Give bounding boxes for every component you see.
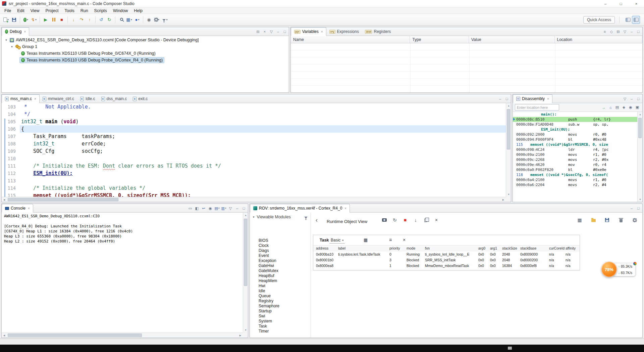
- module-item-heapmem[interactable]: HeapMem: [250, 278, 311, 283]
- module-item-event[interactable]: Event: [250, 253, 311, 258]
- filter-icon[interactable]: ▾: [161, 16, 169, 24]
- task-column-affinity[interactable]: affinity: [566, 246, 580, 251]
- scroll-down-icon[interactable]: ▼: [243, 327, 248, 333]
- debug-tree-item[interactable]: Texas Instruments XDS110 USB Debug Probe…: [2, 57, 289, 63]
- task-row[interactable]: 0x80001b03BlockedSRR_MSS_initTask0x00x02…: [313, 257, 580, 263]
- minimize-icon[interactable]: –: [234, 205, 240, 211]
- task-column-arg1[interactable]: arg1: [490, 246, 502, 251]
- module-item-gatemutex[interactable]: GateMutex: [250, 268, 311, 273]
- columns-icon[interactable]: ▦: [364, 237, 368, 243]
- menu-tools[interactable]: Tools: [61, 8, 77, 14]
- module-item-exception[interactable]: Exception: [250, 258, 311, 263]
- menu-edit[interactable]: Edit: [14, 8, 28, 14]
- task-row[interactable]: 0x800ba10ti.sysbios.knl.Task.IdleTask0Ru…: [313, 251, 580, 257]
- maximize-icon[interactable]: □: [241, 205, 247, 211]
- widget-menu-icon[interactable]: ≡: [389, 237, 392, 243]
- minimize-button[interactable]: –: [598, 0, 613, 7]
- close-icon[interactable]: ×: [321, 30, 323, 34]
- restart-icon[interactable]: ↺: [97, 16, 105, 24]
- scrollbar-thumb[interactable]: [8, 198, 118, 201]
- task-column-priority[interactable]: priority: [389, 246, 407, 251]
- close-icon[interactable]: ×: [547, 97, 549, 101]
- windows-taskbar[interactable]: [0, 345, 644, 352]
- minimize-icon[interactable]: –: [497, 96, 503, 102]
- refresh-icon[interactable]: ↻: [392, 217, 398, 223]
- column-header-name[interactable]: Name: [291, 36, 410, 43]
- minimize-icon[interactable]: –: [275, 29, 281, 35]
- scroll-up-icon[interactable]: ▲: [243, 213, 248, 218]
- module-item-idle[interactable]: Idle: [250, 288, 311, 293]
- filter-icon[interactable]: [304, 217, 308, 218]
- editor-tab-mss_main-c[interactable]: mss_main.c×: [2, 94, 40, 103]
- suspend-icon[interactable]: [50, 16, 58, 24]
- task-row[interactable]: 0x8000ea81BlockedMmwDemo_mboxReadTask0x0…: [313, 263, 580, 268]
- download-icon[interactable]: ↓: [413, 217, 419, 223]
- minimize-icon[interactable]: –: [629, 205, 635, 211]
- save-icon[interactable]: [10, 16, 18, 24]
- scroll-down-icon[interactable]: ▼: [638, 197, 643, 202]
- menu-project[interactable]: Project: [43, 8, 62, 14]
- scroll-up-icon[interactable]: ▲: [506, 103, 511, 108]
- maximize-button[interactable]: □: [613, 0, 629, 7]
- menu-scripts[interactable]: Scripts: [91, 8, 110, 14]
- task-view-mode-select[interactable]: Basic ▾: [329, 237, 345, 244]
- flash-icon[interactable]: ↯▾: [30, 16, 38, 24]
- task-column-label[interactable]: label: [338, 246, 389, 251]
- debug-launch-icon[interactable]: ▾: [22, 16, 30, 24]
- close-icon[interactable]: ×: [433, 217, 439, 223]
- scroll-left-icon[interactable]: ◀: [2, 333, 7, 338]
- scrollbar-thumb[interactable]: [638, 118, 642, 138]
- save-icon[interactable]: [604, 217, 610, 223]
- menu-run[interactable]: Run: [77, 8, 91, 14]
- link-with-editor-icon[interactable]: ◈: [621, 104, 627, 111]
- vertical-scrollbar[interactable]: ▲▼: [243, 213, 248, 333]
- go-icon[interactable]: →: [601, 104, 607, 111]
- step-over-icon[interactable]: ↷: [77, 16, 86, 24]
- collapse-all-icon[interactable]: ⊟: [615, 29, 621, 35]
- open-console-icon[interactable]: ▥▾: [221, 205, 227, 211]
- scrollbar-thumb[interactable]: [8, 334, 142, 337]
- tab-console[interactable]: Console ×: [2, 204, 33, 213]
- scrollbar-thumb[interactable]: [507, 109, 510, 149]
- snapshot-icon[interactable]: [381, 217, 387, 223]
- close-icon[interactable]: ×: [28, 207, 30, 210]
- module-item-clock[interactable]: Clock: [250, 243, 311, 248]
- ccs-debug-perspective-icon[interactable]: [632, 16, 640, 24]
- tab-disassembly[interactable]: Disassembly ×: [513, 94, 552, 103]
- module-item-queue[interactable]: Queue: [250, 293, 311, 298]
- scroll-right-icon[interactable]: ▶: [501, 197, 506, 202]
- task-column-mode[interactable]: mode: [407, 246, 425, 251]
- quick-access-button[interactable]: Quick Access: [583, 16, 615, 24]
- code-editor[interactable]: 103 * Not Applicable.104 */105int32_t ma…: [2, 103, 506, 197]
- minimize-icon[interactable]: –: [629, 29, 635, 35]
- view-menu-icon[interactable]: ▽: [268, 29, 274, 35]
- view-menu-icon[interactable]: ▽: [622, 29, 628, 35]
- show-source-icon[interactable]: ▤: [614, 104, 620, 111]
- memory-browser-icon[interactable]: ▦▾: [125, 16, 133, 24]
- maximize-icon[interactable]: □: [504, 96, 510, 102]
- task-column-fxn[interactable]: fxn: [425, 246, 478, 251]
- open-folder-icon[interactable]: [590, 217, 596, 223]
- disassembly-listing[interactable]: main():0000c08c:B510push{r4, lr}0000c08e…: [513, 112, 637, 202]
- collapse-all-icon[interactable]: ⊟: [255, 29, 261, 35]
- expand-arrow-icon[interactable]: ▾: [4, 38, 8, 42]
- menu-view[interactable]: View: [28, 8, 43, 14]
- column-header-type[interactable]: Type: [410, 36, 469, 43]
- module-item-heapbuf[interactable]: HeapBuf: [250, 273, 311, 278]
- scroll-up-icon[interactable]: ▲: [638, 112, 643, 117]
- maximize-icon[interactable]: □: [635, 29, 641, 35]
- scroll-right-icon[interactable]: ▶: [238, 333, 243, 338]
- stop-icon[interactable]: ■: [402, 217, 408, 223]
- tab-debug[interactable]: Debug ×: [2, 27, 29, 36]
- scroll-left-icon[interactable]: ◀: [2, 197, 7, 202]
- module-item-swi[interactable]: Swi: [250, 313, 311, 318]
- scrollbar-thumb[interactable]: [244, 219, 247, 286]
- module-item-diags[interactable]: Diags: [250, 248, 311, 253]
- maximize-icon[interactable]: □: [282, 29, 288, 35]
- module-item-task[interactable]: Task: [250, 323, 311, 328]
- minimize-icon[interactable]: –: [629, 96, 635, 102]
- show-type-names-icon[interactable]: ≡: [602, 29, 608, 35]
- refresh-icon[interactable]: ↻: [105, 16, 113, 24]
- task-column-stackBase[interactable]: stackBase: [520, 246, 549, 251]
- location-input[interactable]: [515, 104, 559, 111]
